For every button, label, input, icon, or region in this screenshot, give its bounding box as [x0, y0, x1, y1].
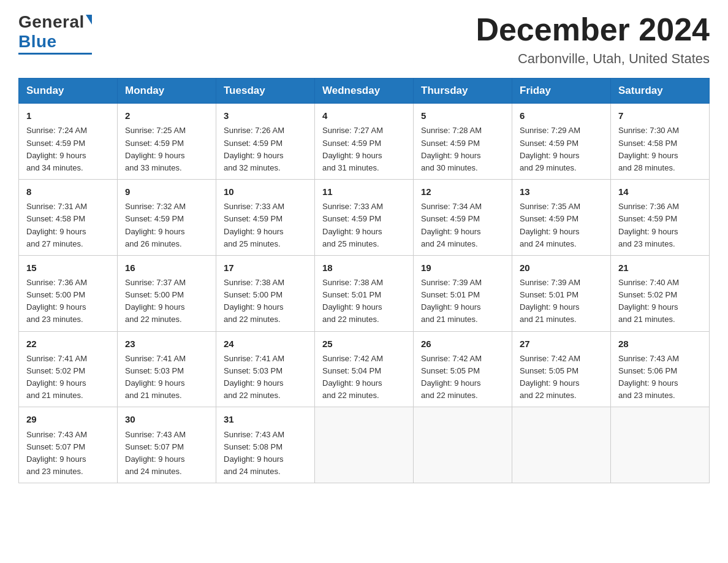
calendar-day-cell: 3Sunrise: 7:26 AMSunset: 4:59 PMDaylight… — [216, 104, 315, 180]
day-info: Sunrise: 7:41 AMSunset: 5:02 PMDaylight:… — [26, 353, 111, 402]
weekday-header: Thursday — [414, 79, 512, 104]
day-number: 5 — [421, 109, 506, 123]
calendar-day-cell: 31Sunrise: 7:43 AMSunset: 5:08 PMDayligh… — [216, 407, 315, 483]
day-info: Sunrise: 7:43 AMSunset: 5:07 PMDaylight:… — [26, 429, 111, 478]
calendar-day-cell: 4Sunrise: 7:27 AMSunset: 4:59 PMDaylight… — [315, 104, 414, 180]
calendar-day-cell: 16Sunrise: 7:37 AMSunset: 5:00 PMDayligh… — [118, 255, 216, 331]
weekday-header: Tuesday — [216, 79, 315, 104]
calendar-day-cell: 30Sunrise: 7:43 AMSunset: 5:07 PMDayligh… — [118, 407, 216, 483]
day-info: Sunrise: 7:28 AMSunset: 4:59 PMDaylight:… — [421, 124, 506, 174]
title-block: December 2024 Carbonville, Utah, United … — [476, 12, 710, 67]
calendar-day-cell: 25Sunrise: 7:42 AMSunset: 5:04 PMDayligh… — [315, 331, 414, 407]
page-header: General Blue December 2024 Carbonville, … — [18, 12, 710, 67]
day-info: Sunrise: 7:40 AMSunset: 5:02 PMDaylight:… — [618, 277, 703, 326]
day-info: Sunrise: 7:24 AMSunset: 4:59 PMDaylight:… — [26, 124, 111, 174]
day-info: Sunrise: 7:38 AMSunset: 5:00 PMDaylight:… — [224, 277, 308, 326]
location-title: Carbonville, Utah, United States — [476, 51, 710, 67]
day-info: Sunrise: 7:33 AMSunset: 4:59 PMDaylight:… — [322, 201, 407, 250]
day-info: Sunrise: 7:32 AMSunset: 4:59 PMDaylight:… — [125, 201, 210, 250]
logo: General Blue — [18, 12, 92, 55]
day-info: Sunrise: 7:43 AMSunset: 5:07 PMDaylight:… — [125, 429, 210, 478]
day-number: 23 — [125, 337, 210, 351]
month-title: December 2024 — [476, 12, 710, 47]
day-number: 14 — [618, 185, 703, 199]
day-info: Sunrise: 7:30 AMSunset: 4:58 PMDaylight:… — [618, 124, 703, 174]
weekday-header: Monday — [118, 79, 216, 104]
calendar-day-cell: 19Sunrise: 7:39 AMSunset: 5:01 PMDayligh… — [414, 255, 512, 331]
calendar-day-cell — [611, 407, 710, 483]
day-info: Sunrise: 7:42 AMSunset: 5:05 PMDaylight:… — [520, 353, 604, 402]
day-number: 9 — [125, 185, 210, 199]
day-info: Sunrise: 7:41 AMSunset: 5:03 PMDaylight:… — [125, 353, 210, 402]
calendar-week-row: 15Sunrise: 7:36 AMSunset: 5:00 PMDayligh… — [19, 255, 710, 331]
day-number: 7 — [618, 109, 703, 123]
calendar-day-cell: 11Sunrise: 7:33 AMSunset: 4:59 PMDayligh… — [315, 180, 414, 256]
calendar-week-row: 1Sunrise: 7:24 AMSunset: 4:59 PMDaylight… — [19, 104, 710, 180]
calendar-day-cell: 10Sunrise: 7:33 AMSunset: 4:59 PMDayligh… — [216, 180, 315, 256]
day-number: 1 — [26, 109, 111, 123]
day-number: 29 — [26, 412, 111, 426]
weekday-header: Sunday — [19, 79, 118, 104]
day-number: 4 — [322, 109, 407, 123]
day-number: 2 — [125, 109, 210, 123]
day-number: 13 — [520, 185, 604, 199]
calendar-day-cell: 12Sunrise: 7:34 AMSunset: 4:59 PMDayligh… — [414, 180, 512, 256]
day-info: Sunrise: 7:43 AMSunset: 5:06 PMDaylight:… — [618, 353, 703, 402]
day-info: Sunrise: 7:33 AMSunset: 4:59 PMDaylight:… — [224, 201, 308, 250]
day-info: Sunrise: 7:37 AMSunset: 5:00 PMDaylight:… — [125, 277, 210, 326]
day-info: Sunrise: 7:41 AMSunset: 5:03 PMDaylight:… — [224, 353, 308, 402]
calendar-day-cell: 27Sunrise: 7:42 AMSunset: 5:05 PMDayligh… — [512, 331, 611, 407]
day-info: Sunrise: 7:27 AMSunset: 4:59 PMDaylight:… — [322, 124, 407, 174]
calendar-day-cell: 7Sunrise: 7:30 AMSunset: 4:58 PMDaylight… — [611, 104, 710, 180]
calendar-day-cell — [414, 407, 512, 483]
logo-blue-text: Blue — [18, 32, 57, 52]
calendar-day-cell: 18Sunrise: 7:38 AMSunset: 5:01 PMDayligh… — [315, 255, 414, 331]
calendar-day-cell: 20Sunrise: 7:39 AMSunset: 5:01 PMDayligh… — [512, 255, 611, 331]
calendar-day-cell: 13Sunrise: 7:35 AMSunset: 4:59 PMDayligh… — [512, 180, 611, 256]
day-number: 20 — [520, 261, 604, 275]
weekday-header: Friday — [512, 79, 611, 104]
day-number: 10 — [224, 185, 308, 199]
calendar-table: SundayMondayTuesdayWednesdayThursdayFrid… — [18, 78, 710, 483]
calendar-day-cell: 28Sunrise: 7:43 AMSunset: 5:06 PMDayligh… — [611, 331, 710, 407]
calendar-day-cell: 6Sunrise: 7:29 AMSunset: 4:59 PMDaylight… — [512, 104, 611, 180]
day-info: Sunrise: 7:29 AMSunset: 4:59 PMDaylight:… — [520, 124, 604, 174]
calendar-week-row: 22Sunrise: 7:41 AMSunset: 5:02 PMDayligh… — [19, 331, 710, 407]
calendar-day-cell: 5Sunrise: 7:28 AMSunset: 4:59 PMDaylight… — [414, 104, 512, 180]
calendar-day-cell: 9Sunrise: 7:32 AMSunset: 4:59 PMDaylight… — [118, 180, 216, 256]
day-number: 26 — [421, 337, 506, 351]
calendar-week-row: 8Sunrise: 7:31 AMSunset: 4:58 PMDaylight… — [19, 180, 710, 256]
calendar-day-cell: 26Sunrise: 7:42 AMSunset: 5:05 PMDayligh… — [414, 331, 512, 407]
day-number: 25 — [322, 337, 407, 351]
day-info: Sunrise: 7:36 AMSunset: 4:59 PMDaylight:… — [618, 201, 703, 250]
calendar-day-cell: 8Sunrise: 7:31 AMSunset: 4:58 PMDaylight… — [19, 180, 118, 256]
day-number: 30 — [125, 412, 210, 426]
day-number: 18 — [322, 261, 407, 275]
day-number: 19 — [421, 261, 506, 275]
calendar-day-cell: 14Sunrise: 7:36 AMSunset: 4:59 PMDayligh… — [611, 180, 710, 256]
day-number: 31 — [224, 412, 308, 426]
day-info: Sunrise: 7:35 AMSunset: 4:59 PMDaylight:… — [520, 201, 604, 250]
day-info: Sunrise: 7:38 AMSunset: 5:01 PMDaylight:… — [322, 277, 407, 326]
day-number: 3 — [224, 109, 308, 123]
day-info: Sunrise: 7:42 AMSunset: 5:04 PMDaylight:… — [322, 353, 407, 402]
day-info: Sunrise: 7:39 AMSunset: 5:01 PMDaylight:… — [421, 277, 506, 326]
logo-triangle-icon — [86, 15, 92, 25]
calendar-day-cell — [512, 407, 611, 483]
day-number: 24 — [224, 337, 308, 351]
calendar-day-cell: 22Sunrise: 7:41 AMSunset: 5:02 PMDayligh… — [19, 331, 118, 407]
day-number: 8 — [26, 185, 111, 199]
calendar-week-row: 29Sunrise: 7:43 AMSunset: 5:07 PMDayligh… — [19, 407, 710, 483]
day-number: 15 — [26, 261, 111, 275]
day-number: 16 — [125, 261, 210, 275]
calendar-day-cell: 24Sunrise: 7:41 AMSunset: 5:03 PMDayligh… — [216, 331, 315, 407]
calendar-day-cell — [315, 407, 414, 483]
day-info: Sunrise: 7:42 AMSunset: 5:05 PMDaylight:… — [421, 353, 506, 402]
day-info: Sunrise: 7:43 AMSunset: 5:08 PMDaylight:… — [224, 429, 308, 478]
day-number: 27 — [520, 337, 604, 351]
day-number: 17 — [224, 261, 308, 275]
day-info: Sunrise: 7:34 AMSunset: 4:59 PMDaylight:… — [421, 201, 506, 250]
calendar-day-cell: 21Sunrise: 7:40 AMSunset: 5:02 PMDayligh… — [611, 255, 710, 331]
day-info: Sunrise: 7:25 AMSunset: 4:59 PMDaylight:… — [125, 124, 210, 174]
weekday-header-row: SundayMondayTuesdayWednesdayThursdayFrid… — [19, 79, 710, 104]
